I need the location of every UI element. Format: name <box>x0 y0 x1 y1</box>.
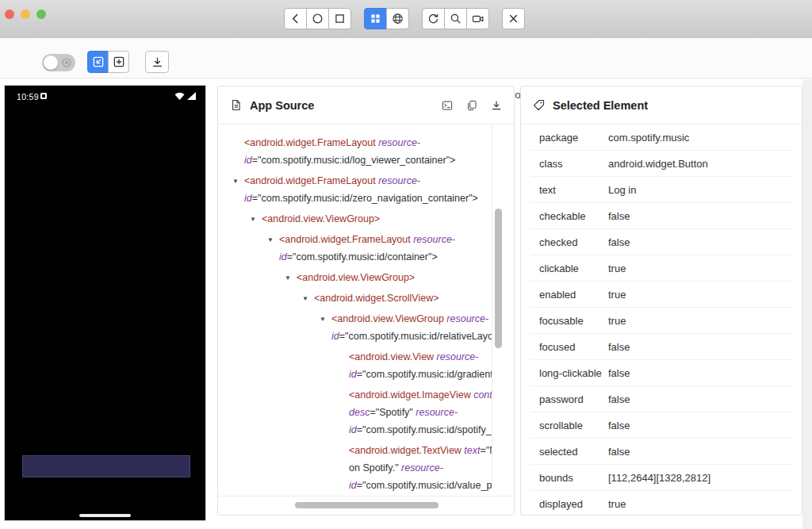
horizontal-scrollbar-thumb[interactable] <box>295 502 439 508</box>
quit-session-button[interactable] <box>502 8 525 29</box>
magnifier-icon <box>449 12 462 25</box>
device-square-button[interactable] <box>328 8 351 29</box>
tree-node-line[interactable]: ▼<android.view.ViewGroup> <box>229 269 492 286</box>
horizontal-scrollbar[interactable] <box>223 502 509 508</box>
toolbar-button-group <box>364 8 409 29</box>
xml-plain-text: ="com.spotify.music:id/log_viewer_contai… <box>252 155 456 166</box>
swipe-by-coordinates-button[interactable] <box>108 51 129 73</box>
attribute-value: false <box>608 393 630 405</box>
xml-attr-text: id <box>331 331 339 342</box>
toolbar-button-group <box>502 8 525 29</box>
xml-attr-text: id <box>244 193 252 204</box>
video-camera-icon <box>471 12 485 25</box>
app-source-header: App Source <box>218 86 514 125</box>
xml-plain-text: ="com.spotify.music:id/relativeLayo <box>339 331 492 342</box>
inspector-subtoolbar: SourceCommandsGesturesRecorderSession In… <box>0 38 812 79</box>
collapse-caret-icon[interactable]: ▼ <box>320 311 331 328</box>
copy-icon <box>465 99 478 112</box>
selected-element-highlight[interactable] <box>22 455 190 477</box>
attribute-value: android.widget.Button <box>608 158 708 170</box>
tree-node-line[interactable]: ▼<android.widget.ScrollView> <box>229 289 492 307</box>
collapse-caret-icon[interactable]: ▼ <box>250 211 262 228</box>
tap-circle-button[interactable] <box>306 8 329 29</box>
xml-attr-text: id <box>244 155 252 166</box>
cursor-select-icon <box>91 55 105 69</box>
selected-element-title: Selected Element <box>553 99 648 112</box>
toggle-search-console-button[interactable] <box>441 99 454 112</box>
attribute-name: focusable <box>539 315 608 327</box>
download-screenshot-button[interactable] <box>145 51 169 73</box>
square-icon <box>333 12 347 25</box>
refresh-icon <box>427 12 440 25</box>
xml-plain-text: ="com.spotify.music:id/container"> <box>287 251 438 263</box>
web-mode-button[interactable] <box>386 8 409 29</box>
tree-node-line[interactable]: id="com.spotify.music:id/relativeLayo <box>229 328 492 345</box>
attribute-name: clickable <box>539 263 608 274</box>
app-mode-button[interactable] <box>364 8 387 29</box>
attribute-value: true <box>608 289 626 301</box>
globe-icon <box>391 12 404 25</box>
plus-square-icon <box>112 55 126 69</box>
tree-node-line[interactable]: id="com.spotify.music:id/value_p <box>229 477 492 494</box>
attribute-value: false <box>608 236 630 248</box>
collapse-caret-icon[interactable]: ▼ <box>267 232 279 248</box>
xml-attr-text: resource- <box>437 351 479 362</box>
search-elements-button[interactable] <box>444 8 467 29</box>
xml-plain-text: ="com.spotify.music:id/value_p <box>357 480 492 491</box>
xml-plain-text: on Spotify." <box>349 462 401 473</box>
toggle-knob <box>44 56 58 70</box>
toolbar-button-group <box>284 8 351 29</box>
refresh-source-button[interactable] <box>422 8 445 29</box>
download-source-file-button[interactable] <box>490 99 503 112</box>
attribute-row-selected: selectedfalse <box>530 439 792 465</box>
selected-element-header: Selected Element <box>521 86 802 125</box>
tree-node-line[interactable]: <android.widget.FrameLayout resource- <box>229 134 492 151</box>
screenshot-interaction-toggle[interactable] <box>42 54 75 71</box>
window-zoom-button[interactable] <box>36 10 46 19</box>
tree-node-line[interactable]: id="com.spotify.music:id/container"> <box>229 248 492 266</box>
xml-attr-text: id <box>349 369 357 380</box>
app-source-panel: App Source <android.widget.FrameLayout r… <box>217 86 515 516</box>
select-elements-button[interactable] <box>87 51 109 73</box>
start-recording-button[interactable] <box>466 8 489 29</box>
tree-node-line[interactable]: on Spotify." resource- <box>229 459 492 477</box>
tree-node-line[interactable]: id="com.spotify.music:id/log_viewer_cont… <box>229 151 492 169</box>
tree-node-line[interactable]: desc="Spotify" resource- <box>229 404 492 421</box>
xml-tag-text: <android.widget.FrameLayout <box>244 175 378 186</box>
attribute-value: Log in <box>608 184 636 196</box>
collapse-caret-icon[interactable]: ▼ <box>285 270 297 286</box>
attribute-value: false <box>608 446 630 458</box>
tree-node-line[interactable]: ▼<android.view.ViewGroup resource- <box>229 310 492 328</box>
tree-node-line[interactable]: ▼<android.view.ViewGroup> <box>229 210 492 228</box>
tree-node-line[interactable]: id="com.spotify.music:id/gradient <box>229 366 492 383</box>
window-right-gutter <box>802 79 812 529</box>
vertical-scrollbar[interactable] <box>492 125 503 488</box>
app-source-title: App Source <box>250 99 314 112</box>
tree-node-line[interactable]: <android.view.View resource- <box>229 348 492 366</box>
terminal-icon <box>441 99 454 112</box>
device-screenshot[interactable]: 10:59 <box>4 85 206 521</box>
tree-node-line[interactable]: <android.widget.TextView text="N <box>229 442 492 459</box>
collapse-caret-icon[interactable]: ▼ <box>302 290 314 307</box>
window-minimize-button[interactable] <box>21 10 30 19</box>
tree-node-line[interactable]: id="com.spotify.music:id/spotify_ <box>229 421 492 439</box>
tree-node-line[interactable]: ▼<android.widget.FrameLayout resource- <box>229 172 492 190</box>
xml-tag-text: <android.widget.TextView <box>349 445 464 456</box>
back-button[interactable] <box>284 8 307 29</box>
device-notification-icon <box>40 93 47 99</box>
attribute-row-checkable: checkablefalse <box>530 203 792 229</box>
xml-plain-text: ="Spotify" <box>370 407 416 418</box>
tree-node-line[interactable]: id="com.spotify.music:id/zero_navigation… <box>229 190 492 207</box>
copy-xml-source-button[interactable] <box>465 99 478 112</box>
window-close-button[interactable] <box>5 10 14 19</box>
attribute-row-package: packagecom.spotify.music <box>530 125 792 151</box>
attribute-row-clickable: clickabletrue <box>530 255 792 282</box>
attribute-name: enabled <box>539 289 608 301</box>
tree-node-line[interactable]: ▼<android.widget.FrameLayout resource- <box>229 231 492 248</box>
collapse-caret-icon[interactable]: ▼ <box>232 173 244 190</box>
xml-tag-text: <android.view.ViewGroup> <box>297 272 415 283</box>
xml-tag-text: <android.widget.FrameLayout <box>244 137 378 148</box>
cell-signal-icon <box>187 92 196 100</box>
tree-node-line[interactable]: <android.widget.ImageView conte <box>229 386 492 404</box>
vertical-scrollbar-thumb[interactable] <box>495 209 502 348</box>
